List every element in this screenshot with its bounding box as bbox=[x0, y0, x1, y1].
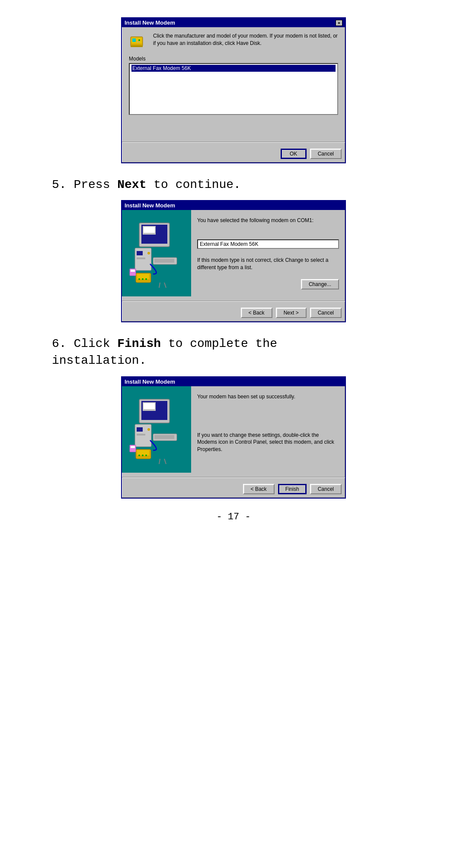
step6-finish: Finish bbox=[117, 337, 161, 350]
svg-point-38 bbox=[138, 455, 140, 456]
back-button[interactable]: < Back bbox=[241, 308, 272, 318]
dialog3-title: Install New Modem bbox=[125, 378, 175, 385]
svg-rect-42 bbox=[131, 446, 135, 448]
cancel-button[interactable]: Cancel bbox=[310, 149, 342, 159]
svg-point-5 bbox=[139, 41, 140, 43]
back-button[interactable]: < Back bbox=[243, 484, 275, 494]
cancel-button[interactable]: Cancel bbox=[310, 484, 342, 494]
svg-rect-12 bbox=[137, 251, 143, 255]
svg-rect-31 bbox=[137, 427, 143, 432]
step5-prefix: 5. bbox=[52, 178, 74, 191]
dialog3-right-panel: Your modem has been set up successfully.… bbox=[191, 386, 345, 473]
computer-illustration bbox=[126, 219, 187, 288]
dialog3: Install New Modem bbox=[121, 376, 346, 499]
svg-point-3 bbox=[138, 39, 140, 41]
modem-icon bbox=[129, 32, 148, 51]
step5-suffix: to continue. bbox=[154, 178, 241, 191]
svg-line-25 bbox=[164, 283, 166, 288]
svg-point-39 bbox=[142, 455, 144, 456]
page-number: - 17 - bbox=[52, 512, 415, 522]
svg-point-21 bbox=[145, 278, 147, 280]
step6-click: Click bbox=[74, 337, 110, 350]
dialog1-description: Click the manufacturer and model of your… bbox=[153, 32, 338, 47]
step6-instruction: 6. Click Finish to complete theinstallat… bbox=[52, 335, 415, 369]
svg-point-19 bbox=[138, 278, 140, 280]
svg-point-13 bbox=[147, 252, 150, 254]
dialog2-info: If this modem type is not correct, click… bbox=[197, 257, 339, 275]
step6-suffix1: to complete the bbox=[168, 337, 277, 350]
step5-next: Next bbox=[117, 178, 146, 191]
dialog2-titlebar: Install New Modem bbox=[122, 201, 345, 210]
dialog3-success: Your modem has been set up successfully. bbox=[197, 393, 339, 427]
dialog1-buttons: OK Cancel bbox=[122, 147, 345, 162]
step5-instruction: 5. Press Next to continue. bbox=[52, 176, 415, 193]
dialog1-titlebar: Install New Modem × bbox=[122, 18, 345, 27]
svg-point-20 bbox=[142, 278, 144, 280]
next-button[interactable]: Next > bbox=[276, 308, 307, 318]
computer-illustration-2 bbox=[126, 395, 187, 464]
dialog2-title: Install New Modem bbox=[125, 202, 175, 209]
cancel-button[interactable]: Cancel bbox=[310, 308, 342, 318]
model-item[interactable]: External Fax Modem 56K bbox=[131, 65, 336, 72]
svg-rect-6 bbox=[131, 45, 143, 47]
dialog1: Install New Modem × Click the manufactur… bbox=[121, 17, 346, 163]
ok-button[interactable]: OK bbox=[281, 149, 307, 159]
svg-rect-16 bbox=[154, 259, 174, 263]
dialog3-titlebar: Install New Modem bbox=[122, 377, 345, 386]
models-listbox[interactable]: External Fax Modem 56K bbox=[129, 63, 338, 115]
svg-rect-33 bbox=[137, 434, 145, 436]
dialog1-title: Install New Modem bbox=[125, 19, 175, 26]
change-button[interactable]: Change... bbox=[301, 279, 339, 289]
svg-rect-23 bbox=[131, 270, 135, 272]
step6-suffix2: installation. bbox=[52, 354, 146, 367]
svg-rect-29 bbox=[144, 403, 155, 409]
dialog1-close-button[interactable]: × bbox=[336, 20, 342, 26]
dialog3-info: If you want to change these settings, do… bbox=[197, 432, 339, 466]
dialog2-modem-input[interactable] bbox=[197, 239, 339, 249]
svg-rect-10 bbox=[144, 227, 155, 233]
dialog3-image-panel bbox=[122, 386, 191, 473]
finish-button[interactable]: Finish bbox=[278, 484, 307, 494]
step6-prefix: 6. bbox=[52, 337, 74, 350]
svg-point-40 bbox=[145, 455, 147, 456]
svg-point-32 bbox=[147, 428, 150, 431]
svg-line-44 bbox=[164, 459, 166, 464]
dialog2-description: You have selected the following modem on… bbox=[197, 217, 339, 235]
dialog2-right-panel: You have selected the following modem on… bbox=[191, 210, 345, 296]
dialog2-buttons: < Back Next > Cancel bbox=[122, 306, 345, 321]
dialog2-image-panel bbox=[122, 210, 191, 296]
svg-line-24 bbox=[159, 283, 160, 288]
step5-press: Press bbox=[74, 178, 110, 191]
svg-line-43 bbox=[159, 459, 160, 464]
models-label: Models bbox=[129, 56, 338, 62]
dialog3-buttons: < Back Finish Cancel bbox=[122, 482, 345, 498]
svg-rect-14 bbox=[137, 258, 145, 259]
svg-rect-35 bbox=[154, 435, 174, 439]
dialog2: Install New Modem bbox=[121, 200, 346, 322]
svg-point-4 bbox=[137, 41, 138, 43]
svg-rect-2 bbox=[132, 38, 136, 42]
